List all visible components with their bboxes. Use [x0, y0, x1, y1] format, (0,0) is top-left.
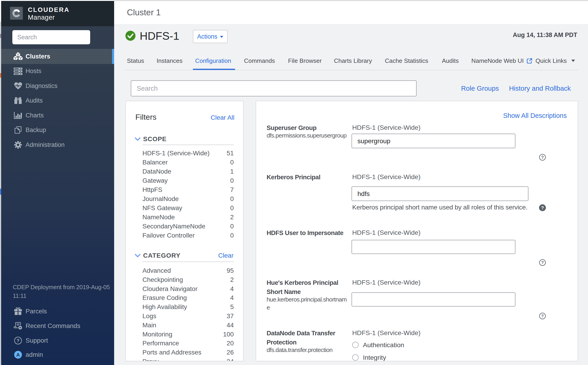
- tab-quick-links[interactable]: Quick Links: [535, 56, 575, 65]
- category-filter-row[interactable]: Checkpointing2: [143, 275, 234, 284]
- help-icon[interactable]: ?: [539, 154, 546, 161]
- scope-filter-row[interactable]: DataNode1: [143, 167, 234, 176]
- tab-instances[interactable]: Instances: [157, 56, 182, 65]
- category-filter-row[interactable]: Main44: [143, 321, 234, 330]
- radio-icon[interactable]: [352, 342, 359, 348]
- tab-status[interactable]: Status: [127, 56, 144, 65]
- config-search-input[interactable]: [131, 80, 417, 96]
- sidebar: CLOUDERA Manager Clusters: [1, 1, 114, 365]
- config-property: dfs.permissions.superusergroup: [267, 132, 347, 140]
- role-groups-link[interactable]: Role Groups: [461, 80, 499, 96]
- sidebar-item-admin[interactable]: A admin: [1, 347, 114, 362]
- radio-option-authentication[interactable]: Authentication: [352, 340, 404, 350]
- brand-subtitle: Manager: [28, 14, 70, 21]
- help-icon[interactable]: ?: [539, 259, 546, 266]
- tab-audits[interactable]: Audits: [442, 56, 459, 65]
- brand[interactable]: CLOUDERA Manager: [28, 6, 70, 21]
- cloudera-logo[interactable]: [10, 7, 23, 20]
- tab-file-browser[interactable]: File Browser: [288, 56, 322, 65]
- filter-label: Main: [143, 322, 156, 329]
- sidebar-item-administration[interactable]: Administration: [1, 137, 114, 152]
- tab-label: Configuration: [195, 57, 231, 64]
- clear-all-link[interactable]: Clear All: [211, 114, 234, 121]
- copy-icon: [13, 126, 23, 135]
- category-filter-row[interactable]: Logs37: [143, 312, 234, 321]
- scope-filter-row[interactable]: Failover Controller0: [143, 231, 234, 240]
- history-rollback-link[interactable]: History and Rollback: [509, 80, 571, 96]
- sidebar-item-label: Parcels: [26, 308, 47, 315]
- health-good-icon: [125, 31, 136, 41]
- svg-text:?: ?: [541, 314, 544, 318]
- category-section-header[interactable]: CATEGORY: [135, 251, 181, 260]
- config-property: hue.kerberos.principal.shortname: [267, 295, 348, 312]
- filter-count: 0: [230, 195, 234, 203]
- tab-label: Quick Links: [535, 57, 567, 64]
- sidebar-item-label: Charts: [26, 112, 44, 119]
- kerberos-principal-input[interactable]: [352, 186, 528, 201]
- config-label: Hue's Kerberos Principal Short Name: [267, 278, 342, 296]
- actions-button[interactable]: Actions: [193, 30, 228, 43]
- section-heading: CATEGORY: [143, 252, 181, 259]
- sidebar-search-input[interactable]: [12, 30, 90, 44]
- radio-option-integrity[interactable]: Integrity: [352, 353, 386, 361]
- tabs-separator: [125, 70, 578, 70]
- category-filter-row[interactable]: High Availability5: [143, 302, 234, 312]
- tab-cache-statistics[interactable]: Cache Statistics: [385, 56, 428, 65]
- sidebar-item-charts[interactable]: Charts: [1, 108, 114, 123]
- sidebar-item-parcels[interactable]: Parcels: [1, 304, 114, 318]
- divider: [143, 145, 234, 145]
- category-filter-row[interactable]: Cloudera Navigator4: [143, 284, 234, 294]
- scope-filter-row[interactable]: NameNode2: [143, 213, 234, 222]
- config-scope-label: HDFS-1 (Service-Wide): [352, 329, 420, 337]
- filter-label: Advanced: [143, 267, 171, 274]
- sidebar-item-clusters[interactable]: Clusters: [1, 49, 114, 64]
- hdfs-user-impersonate-input[interactable]: [352, 240, 515, 254]
- help-icon[interactable]: ?: [539, 312, 546, 320]
- category-filter-row[interactable]: Performance20: [143, 339, 234, 348]
- scope-filter-row[interactable]: Gateway0: [143, 176, 234, 185]
- filter-label: HDFS-1 (Service-Wide): [143, 150, 210, 157]
- svg-text:A: A: [16, 352, 20, 358]
- svg-text:?: ?: [541, 260, 544, 265]
- server-icon: [13, 67, 23, 76]
- category-filter-row[interactable]: Advanced95: [143, 266, 234, 275]
- superuser-group-input[interactable]: [352, 134, 515, 148]
- chevron-down-icon: [135, 254, 141, 258]
- gear-icon: [13, 140, 23, 149]
- filter-label: SecondaryNameNode: [143, 223, 205, 230]
- scope-filter-row[interactable]: Balancer0: [143, 158, 234, 167]
- tab-configuration[interactable]: Configuration: [195, 56, 231, 65]
- filter-label: Proxy: [143, 358, 159, 361]
- sidebar-item-backup[interactable]: Backup: [1, 123, 114, 138]
- config-label: HDFS User to Impersonate: [267, 228, 343, 238]
- tab-namenode-web-ui[interactable]: NameNode Web UI: [471, 56, 533, 65]
- section-heading: SCOPE: [143, 135, 167, 143]
- help-icon-filled[interactable]: ?: [539, 204, 546, 211]
- scope-filter-row[interactable]: NFS Gateway0: [143, 204, 234, 213]
- category-filter-row[interactable]: Monitoring100: [143, 330, 234, 339]
- category-filter-row[interactable]: Ports and Addresses26: [143, 348, 234, 357]
- scope-section-header[interactable]: SCOPE: [135, 134, 167, 144]
- chevron-down-icon: [135, 137, 141, 141]
- tab-charts-library[interactable]: Charts Library: [334, 56, 372, 65]
- scope-filter-row[interactable]: HDFS-1 (Service-Wide)51: [143, 149, 234, 158]
- radio-icon[interactable]: [352, 354, 359, 361]
- show-all-descriptions-link[interactable]: Show All Descriptions: [503, 112, 567, 119]
- sidebar-item-hosts[interactable]: Hosts: [1, 64, 114, 79]
- category-filter-row[interactable]: Proxy24: [143, 357, 234, 361]
- breadcrumb: Cluster 1: [127, 1, 161, 24]
- radio-label: Integrity: [363, 354, 386, 361]
- category-filter-row[interactable]: Erasure Coding4: [143, 293, 234, 302]
- hue-kerberos-shortname-input[interactable]: [352, 292, 515, 307]
- sidebar-item-recent-commands[interactable]: Recent Commands: [1, 319, 114, 333]
- sidebar-item-diagnostics[interactable]: Diagnostics: [1, 78, 114, 93]
- scope-filter-row[interactable]: JournalNode0: [143, 194, 234, 204]
- sidebar-item-audits[interactable]: Audits: [1, 93, 114, 108]
- scope-filter-row[interactable]: HttpFS7: [143, 185, 234, 194]
- tab-commands[interactable]: Commands: [244, 56, 275, 65]
- tab-label: Instances: [157, 57, 182, 64]
- category-clear-link[interactable]: Clear: [218, 251, 233, 260]
- scope-filter-row[interactable]: SecondaryNameNode0: [143, 222, 234, 231]
- filter-label: Performance: [143, 340, 179, 347]
- sidebar-item-support[interactable]: ? Support: [1, 333, 114, 348]
